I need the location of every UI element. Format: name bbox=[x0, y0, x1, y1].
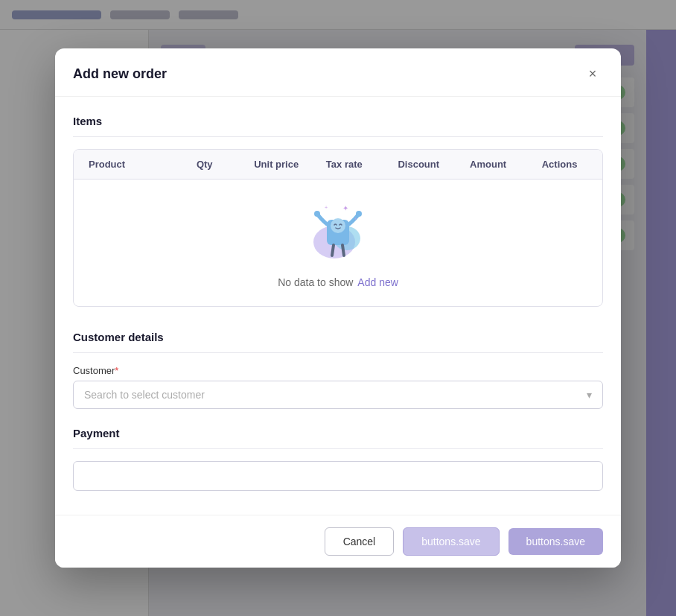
modal-body: Items Product Qty Unit price Tax rate Di… bbox=[55, 97, 621, 515]
col-product: Product bbox=[83, 150, 191, 179]
add-new-link[interactable]: Add new bbox=[357, 276, 398, 288]
customer-placeholder: Search to select customer bbox=[84, 389, 205, 401]
items-table: Product Qty Unit price Tax rate Discount… bbox=[73, 149, 603, 307]
table-header: Product Qty Unit price Tax rate Discount… bbox=[74, 150, 602, 180]
no-data-label: No data to show bbox=[278, 276, 353, 288]
payment-section: Payment bbox=[73, 427, 603, 491]
customer-select[interactable]: Search to select customer ▾ bbox=[73, 381, 603, 409]
items-section-title: Items bbox=[73, 115, 603, 127]
svg-text:+: + bbox=[325, 205, 328, 210]
modal-title: Add new order bbox=[73, 66, 167, 82]
col-qty: Qty bbox=[191, 150, 248, 179]
payment-divider bbox=[73, 448, 603, 449]
chevron-down-icon: ▾ bbox=[587, 389, 592, 401]
customer-field-label: Customer* bbox=[73, 365, 603, 376]
col-amount: Amount bbox=[464, 150, 536, 179]
required-star: * bbox=[115, 365, 118, 376]
svg-text:+: + bbox=[354, 216, 357, 220]
modal-footer: Cancel buttons.save buttons.save bbox=[55, 515, 621, 568]
modal-overlay: Add new order × Items Product Qty Unit p… bbox=[0, 0, 676, 616]
save-button-2[interactable]: buttons.save bbox=[508, 528, 603, 555]
modal-header: Add new order × bbox=[55, 48, 621, 97]
cancel-button[interactable]: Cancel bbox=[325, 527, 395, 556]
customer-divider bbox=[73, 352, 603, 353]
items-section: Items Product Qty Unit price Tax rate Di… bbox=[73, 115, 603, 307]
modal-close-button[interactable]: × bbox=[582, 63, 603, 84]
empty-state-text: No data to show Add new bbox=[278, 276, 398, 288]
save-button-1[interactable]: buttons.save bbox=[403, 527, 499, 556]
items-divider bbox=[73, 136, 603, 137]
empty-illustration: ✦ + + bbox=[301, 197, 375, 264]
col-tax-rate: Tax rate bbox=[320, 150, 392, 179]
col-unit-price: Unit price bbox=[248, 150, 320, 179]
payment-section-title: Payment bbox=[73, 427, 603, 439]
col-actions: Actions bbox=[536, 150, 593, 179]
svg-text:✦: ✦ bbox=[342, 204, 348, 212]
customer-details-section: Customer details Customer* Search to sel… bbox=[73, 331, 603, 409]
customer-details-title: Customer details bbox=[73, 331, 603, 343]
payment-field[interactable] bbox=[73, 461, 603, 491]
svg-point-3 bbox=[331, 218, 345, 233]
table-body-empty: ✦ + + No data to show Add new bbox=[74, 180, 602, 306]
add-order-modal: Add new order × Items Product Qty Unit p… bbox=[55, 48, 621, 568]
svg-point-4 bbox=[314, 211, 320, 217]
col-discount: Discount bbox=[392, 150, 464, 179]
